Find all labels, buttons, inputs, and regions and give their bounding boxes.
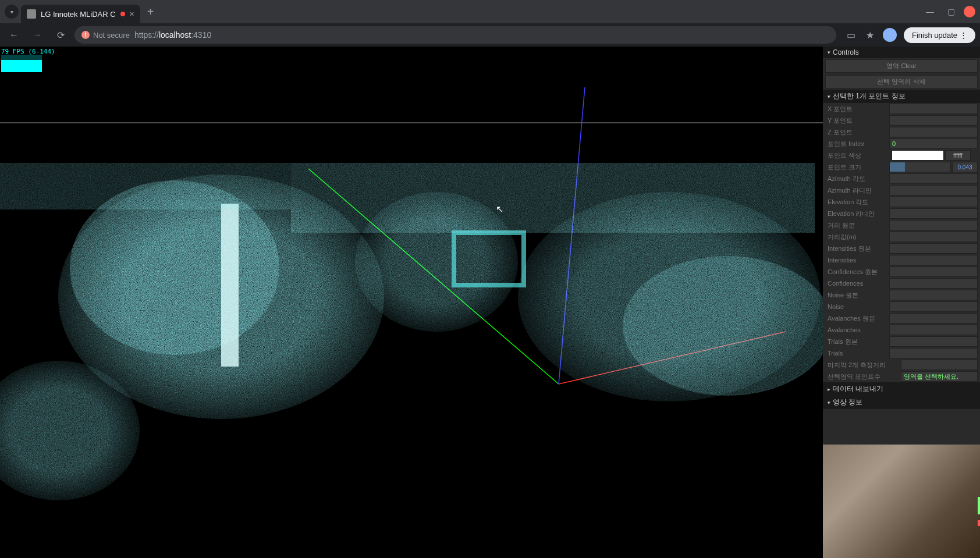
back-button[interactable]: ← bbox=[5, 26, 23, 44]
avalanches-raw-value[interactable] bbox=[889, 313, 978, 324]
intensities-value[interactable] bbox=[889, 255, 978, 265]
dist-m-label: 거리값(m) bbox=[825, 233, 889, 241]
noise-value[interactable] bbox=[889, 301, 978, 312]
camera-preview bbox=[823, 445, 980, 558]
bookmark-icon[interactable]: ★ bbox=[864, 29, 876, 41]
point-color-label: 포인트 색상 bbox=[825, 151, 889, 160]
point-index-value[interactable]: 0 bbox=[889, 138, 978, 149]
avalanches-value[interactable] bbox=[889, 325, 978, 335]
profile-avatar[interactable] bbox=[883, 28, 897, 42]
point-size-label: 포인트 크기 bbox=[825, 163, 889, 172]
intensities-label: Intensities bbox=[825, 257, 889, 264]
point-size-slider[interactable] bbox=[889, 162, 951, 172]
delete-selected-area-button[interactable]: 선택 영역의 삭제 bbox=[825, 75, 978, 88]
elevation-rad-label: Elevation 라디안 bbox=[825, 209, 889, 218]
trials-raw-label: Trials 원본 bbox=[825, 337, 889, 346]
elevation-deg-label: Elevation 각도 bbox=[825, 198, 889, 207]
noise-raw-label: Noise 원본 bbox=[825, 291, 889, 300]
avalanches-raw-label: Avalanches 원본 bbox=[825, 314, 889, 323]
confidences-value[interactable] bbox=[889, 278, 978, 289]
recording-indicator-icon bbox=[120, 12, 125, 16]
y-point-label: Y 포인트 bbox=[825, 116, 889, 125]
tab-title: LG Innotek MLiDAR C bbox=[41, 10, 116, 19]
controls-sidebar: ▾ Controls 영역 Clear 선택 영역의 삭제 ▾ 선택한 1개 포… bbox=[823, 47, 980, 558]
caret-down-icon: ▾ bbox=[828, 400, 830, 406]
finish-update-button[interactable]: Finish update⋮ bbox=[904, 27, 975, 43]
z-point-value[interactable] bbox=[889, 127, 978, 137]
maximize-button[interactable]: ▢ bbox=[943, 3, 959, 20]
caret-right-icon: ▸ bbox=[828, 386, 830, 392]
reload-button[interactable]: ⟳ bbox=[51, 26, 70, 44]
video-section-header[interactable]: ▾ 영상 정보 bbox=[823, 396, 980, 409]
point-color-swatch[interactable] bbox=[892, 150, 944, 161]
intensities-raw-value[interactable] bbox=[889, 243, 978, 254]
new-tab-button[interactable]: + bbox=[147, 5, 154, 19]
selected-points-label: 선택영역 포인트수 bbox=[825, 372, 901, 381]
desktop-install-icon[interactable]: ▭ bbox=[846, 29, 857, 41]
confidences-raw-value[interactable] bbox=[889, 266, 978, 277]
azimuth-deg-label: Azimuth 각도 bbox=[825, 175, 889, 183]
trials-value[interactable] bbox=[889, 348, 978, 358]
trials-raw-value[interactable] bbox=[889, 336, 978, 347]
last-measure-label: 마지막 2개 측정거리 bbox=[825, 361, 901, 369]
browser-tab-bar: ▾ LG Innotek MLiDAR C × + — ▢ bbox=[0, 0, 980, 23]
confidences-raw-label: Confidences 원본 bbox=[825, 268, 889, 276]
scroll-indicator-icon bbox=[978, 497, 980, 514]
confidences-label: Confidences bbox=[825, 280, 889, 287]
security-indicator[interactable]: ! Not secure bbox=[81, 31, 130, 40]
noise-raw-value[interactable] bbox=[889, 290, 978, 300]
dist-m-value[interactable] bbox=[889, 232, 978, 242]
fps-graph bbox=[1, 55, 42, 72]
browser-tab[interactable]: LG Innotek MLiDAR C × bbox=[21, 5, 140, 23]
export-section-header[interactable]: ▸ 데이터 내보내기 bbox=[823, 382, 980, 396]
main-content: 79 FPS (6-144) bbox=[0, 47, 980, 558]
elevation-deg-value[interactable] bbox=[889, 197, 978, 207]
point-info-section-header[interactable]: ▾ 선택한 1개 포인트 정보 bbox=[823, 90, 980, 103]
trials-label: Trials bbox=[825, 350, 889, 357]
y-point-value[interactable] bbox=[889, 115, 978, 126]
clear-area-button[interactable]: 영역 Clear bbox=[825, 59, 978, 73]
dist-raw-label: 거리 원본 bbox=[825, 221, 889, 230]
svg-rect-5 bbox=[221, 204, 239, 367]
forward-button[interactable]: → bbox=[28, 26, 47, 44]
mouse-cursor-icon: ↖ bbox=[496, 204, 503, 215]
address-bar: ← → ⟳ ! Not secure https://localhost:431… bbox=[0, 23, 980, 47]
caret-down-icon: ▾ bbox=[828, 49, 830, 55]
tab-search-dropdown[interactable]: ▾ bbox=[5, 5, 19, 19]
noise-label: Noise bbox=[825, 303, 889, 310]
selected-points-value[interactable]: 영역을 선택하세요. bbox=[901, 371, 978, 382]
avalanches-label: Avalanches bbox=[825, 326, 889, 333]
dist-raw-value[interactable] bbox=[889, 220, 978, 230]
svg-rect-12 bbox=[0, 163, 291, 209]
azimuth-rad-label: Azimuth 라디안 bbox=[825, 186, 889, 195]
caret-down-icon: ▾ bbox=[828, 94, 830, 99]
window-controls: — ▢ bbox=[922, 3, 975, 20]
z-point-label: Z 포인트 bbox=[825, 128, 889, 137]
scroll-indicator-icon bbox=[978, 520, 980, 526]
svg-rect-11 bbox=[291, 163, 815, 233]
elevation-rad-value[interactable] bbox=[889, 208, 978, 219]
svg-point-10 bbox=[623, 256, 823, 396]
url-text: https://localhost:4310 bbox=[134, 30, 211, 40]
x-point-label: X 포인트 bbox=[825, 105, 889, 113]
close-window-button[interactable] bbox=[964, 6, 975, 17]
tab-favicon bbox=[27, 9, 36, 19]
azimuth-rad-value[interactable] bbox=[889, 185, 978, 196]
3d-viewport[interactable]: 79 FPS (6-144) bbox=[0, 47, 823, 558]
point-color-hex[interactable]: ffffff bbox=[945, 150, 971, 161]
point-index-label: 포인트 Index bbox=[825, 140, 889, 148]
azimuth-deg-value[interactable] bbox=[889, 173, 978, 184]
point-cloud-render bbox=[0, 47, 823, 558]
controls-section-header[interactable]: ▾ Controls bbox=[823, 47, 980, 58]
tab-close-icon[interactable]: × bbox=[130, 9, 134, 19]
x-point-value[interactable] bbox=[889, 104, 978, 114]
url-bar[interactable]: ! Not secure https://localhost:4310 bbox=[74, 26, 836, 44]
last-measure-value[interactable] bbox=[901, 360, 978, 370]
point-size-value[interactable]: 0.043 bbox=[952, 162, 978, 172]
intensities-raw-label: Intensities 원본 bbox=[825, 244, 889, 253]
minimize-button[interactable]: — bbox=[922, 3, 938, 20]
not-secure-icon: ! bbox=[81, 31, 90, 39]
